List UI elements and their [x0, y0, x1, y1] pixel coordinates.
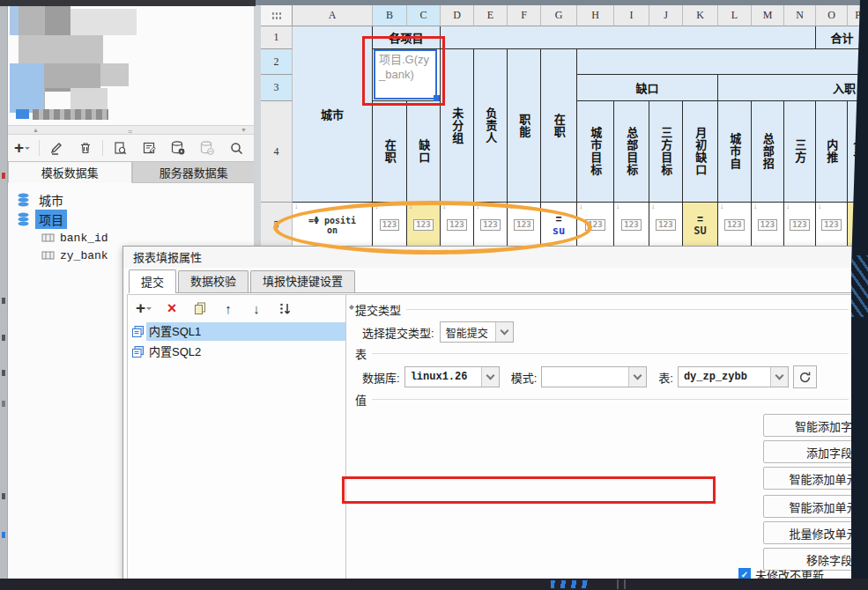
- cell-projects-header[interactable]: 各项目: [373, 26, 441, 49]
- cell-owner[interactable]: 负责人: [474, 49, 508, 203]
- move-up-button[interactable]: ↑: [220, 300, 236, 316]
- field-label[interactable]: bank_id: [60, 232, 108, 245]
- cell-f5[interactable]: ↓123: [508, 203, 541, 248]
- col-header-b[interactable]: B: [373, 5, 407, 26]
- cell-onduty-b[interactable]: 在职: [373, 101, 407, 203]
- add-sql-button[interactable]: +: [136, 300, 152, 316]
- select-all-corner[interactable]: [261, 5, 293, 26]
- cell-ungrouped[interactable]: 未分组: [441, 49, 474, 203]
- cell-city[interactable]: 城市: [293, 26, 373, 203]
- cell-empty-band[interactable]: [441, 26, 816, 49]
- copy-sql-button[interactable]: [192, 300, 208, 316]
- tab-shortcut-settings[interactable]: 填报快捷键设置: [250, 270, 355, 292]
- move-down-button[interactable]: ↓: [249, 300, 264, 316]
- col-header-o[interactable]: O: [816, 5, 848, 26]
- table-select[interactable]: dy_zp_zybb: [678, 366, 789, 387]
- chevron-down-icon[interactable]: [628, 367, 646, 387]
- cell-third[interactable]: 三方: [784, 101, 816, 203]
- cell-e5[interactable]: ↓123: [474, 203, 508, 248]
- cell-month-gap[interactable]: 月初缺口: [683, 101, 718, 203]
- add-dataset-button[interactable]: +: [13, 139, 31, 157]
- col-header-k[interactable]: K: [683, 5, 718, 26]
- collapse-up-icon[interactable]: ▲: [33, 127, 39, 133]
- row-header-1[interactable]: 1: [261, 26, 293, 49]
- submit-type-select[interactable]: 智能提交: [440, 321, 514, 343]
- cell-hq-target[interactable]: 总部目标: [614, 101, 649, 203]
- row-header-2[interactable]: 2: [261, 49, 293, 75]
- cell-h5[interactable]: ↓123: [577, 203, 614, 248]
- col-header-h[interactable]: H: [577, 5, 614, 26]
- col-header-d[interactable]: D: [441, 5, 474, 26]
- cell-gap-c[interactable]: 缺口: [407, 101, 441, 203]
- cell-third-target[interactable]: 三方目标: [649, 101, 683, 203]
- col-header-a[interactable]: A: [293, 5, 373, 26]
- chevron-down-icon[interactable]: [481, 367, 499, 387]
- search-icon[interactable]: [227, 139, 245, 157]
- cell-b5[interactable]: ↓123: [373, 203, 407, 248]
- tree-label-selected[interactable]: 项目: [35, 210, 67, 229]
- cell-i5[interactable]: ↓123: [614, 203, 649, 248]
- cell-g5-formula[interactable]: =su: [541, 203, 577, 248]
- tree-label[interactable]: 城市: [35, 190, 67, 210]
- panel-splitter[interactable]: ▲ = ▼: [8, 125, 256, 135]
- database-connect-icon[interactable]: [169, 139, 187, 157]
- cell-selected-formula[interactable]: 项目.G(zy_bank): [373, 49, 441, 101]
- sql-item-2[interactable]: 内置SQL2: [128, 342, 345, 362]
- cell-city-self[interactable]: 城市自: [718, 101, 752, 203]
- tab-data-validation[interactable]: 数据校验: [178, 270, 249, 292]
- cell-o5[interactable]: ↓123: [816, 203, 848, 248]
- cell-role[interactable]: 职能: [508, 49, 541, 203]
- cell-n5[interactable]: ↓123: [784, 203, 816, 248]
- col-header-e[interactable]: E: [474, 5, 508, 26]
- tab-server-dataset[interactable]: 服务器数据集: [132, 161, 256, 183]
- col-header-j[interactable]: J: [649, 5, 683, 26]
- chevron-down-icon[interactable]: [770, 367, 788, 387]
- delete-sql-button[interactable]: ×: [164, 300, 180, 316]
- cell-entry-group[interactable]: 入职: [718, 75, 868, 101]
- tree-item-project[interactable]: 项目: [8, 210, 256, 229]
- schema-select[interactable]: [541, 366, 647, 387]
- cell-a5-formula[interactable]: ↓=Φ position: [293, 203, 373, 248]
- field-label[interactable]: zy_bank: [60, 249, 108, 262]
- cell-referral[interactable]: 内推: [816, 101, 848, 203]
- edit-icon[interactable]: [48, 139, 65, 157]
- col-header-m[interactable]: M: [752, 5, 784, 26]
- row-header-5[interactable]: 5: [261, 203, 293, 248]
- refresh-button[interactable]: [793, 365, 817, 388]
- chevron-down-icon[interactable]: [495, 322, 513, 342]
- cell-hq-recruit[interactable]: 总部招: [752, 101, 784, 203]
- col-header-n[interactable]: N: [784, 5, 816, 26]
- cell-onduty-g[interactable]: 在职: [541, 49, 577, 203]
- cell-empty-band-2[interactable]: [577, 49, 868, 75]
- col-header-c[interactable]: C: [407, 5, 441, 26]
- tab-submit[interactable]: 提交: [129, 269, 176, 293]
- cell-city-target[interactable]: 城市目标: [577, 101, 614, 203]
- cell-d5[interactable]: ↓123: [441, 203, 474, 248]
- collapse-down-icon[interactable]: ▼: [241, 127, 247, 133]
- tab-template-dataset[interactable]: 模板数据集: [8, 161, 132, 183]
- col-header-f[interactable]: F: [508, 5, 541, 26]
- database-select[interactable]: linux1.26: [404, 366, 500, 387]
- preview-dataset-icon[interactable]: [111, 139, 129, 157]
- sql-item-1[interactable]: 内置SQL1: [128, 321, 345, 342]
- tree-field-bank-id[interactable]: bank_id: [8, 229, 256, 247]
- delete-icon[interactable]: [77, 139, 94, 157]
- tree-item-city[interactable]: 城市: [8, 190, 256, 210]
- row-header-3[interactable]: 3: [261, 75, 293, 101]
- cell-k5-formula[interactable]: =SU: [683, 203, 718, 248]
- cell-c5[interactable]: ↓123: [407, 203, 441, 248]
- cell-gap-group[interactable]: 缺口: [577, 75, 718, 101]
- edit-sql-icon[interactable]: [140, 139, 158, 157]
- col-header-l[interactable]: L: [718, 5, 752, 26]
- sort-button[interactable]: [277, 300, 293, 316]
- cell-j5[interactable]: ↓123: [649, 203, 683, 248]
- panel-splitter-handle[interactable]: [346, 300, 353, 314]
- sql-item-label[interactable]: 内置SQL1: [146, 322, 345, 341]
- col-header-g[interactable]: G: [541, 5, 577, 26]
- cell-l5[interactable]: ↓123: [718, 203, 752, 248]
- row-header-4[interactable]: 4: [261, 101, 293, 203]
- sql-item-label[interactable]: 内置SQL2: [146, 343, 345, 361]
- redacted-tree-item[interactable]: [33, 109, 108, 120]
- cell-m5[interactable]: ↓123: [752, 203, 784, 248]
- col-header-i[interactable]: I: [614, 5, 649, 26]
